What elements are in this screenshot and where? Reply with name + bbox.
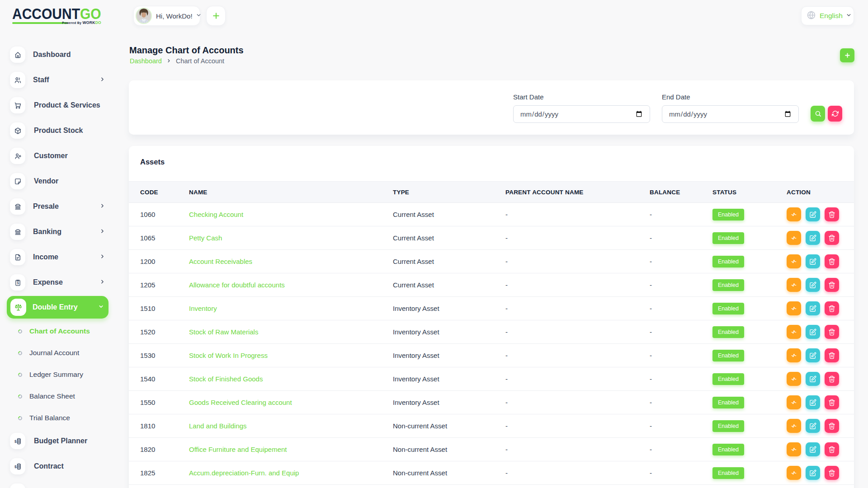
svg-text:$: $ (17, 282, 19, 285)
svg-text:$: $ (14, 439, 17, 443)
svg-text:$: $ (14, 464, 17, 469)
